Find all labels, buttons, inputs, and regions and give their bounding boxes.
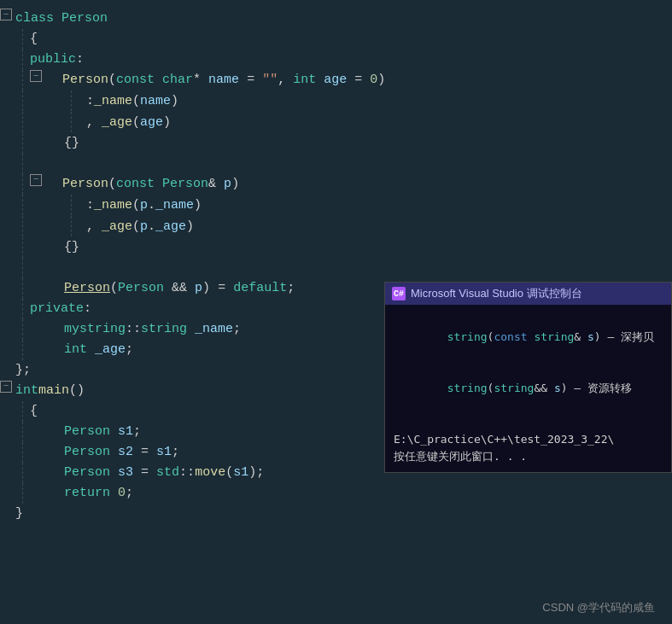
code-line-7: {} (0, 133, 672, 154)
debug-icon: C# (392, 287, 406, 300)
watermark: CSDN @学代码的咸鱼 (542, 600, 655, 615)
code-line-1: − class Person (0, 9, 672, 29)
debug-content: string(const string& s) — 深拷贝 string(str… (385, 305, 671, 472)
debug-title-text: Microsoft Visual Studio 调试控制台 (411, 286, 582, 301)
code-line-24: return 0; (0, 483, 672, 504)
debug-line-3 (394, 414, 663, 431)
debug-console: C# Microsoft Visual Studio 调试控制台 string(… (384, 282, 672, 473)
code-line-6: , _age(age) (0, 112, 672, 133)
code-line-3: public: (0, 50, 672, 70)
code-line-25: } (0, 504, 672, 524)
debug-title-bar: C# Microsoft Visual Studio 调试控制台 (385, 283, 671, 305)
debug-line-2: string(string&& s) — 资源转移 (394, 363, 663, 414)
fold-icon-1[interactable]: − (0, 9, 12, 20)
code-line-11: , _age(p._age) (0, 216, 672, 237)
fold-icon-9[interactable]: − (30, 174, 42, 186)
code-line-13 (0, 258, 672, 278)
code-line-10: :_name(p._name) (0, 195, 672, 216)
debug-line-5: 按任意键关闭此窗口. . . (394, 448, 663, 465)
code-line-8 (0, 154, 672, 174)
code-line-2: { (0, 29, 672, 50)
code-editor: − class Person { public: − Person(const … (0, 0, 672, 624)
code-line-12: {} (0, 237, 672, 258)
debug-line-1: string(const string& s) — 深拷贝 (394, 312, 663, 363)
code-line-9: − Person(const Person& p) (0, 174, 672, 195)
fold-icon-19[interactable]: − (0, 381, 12, 393)
fold-icon-4[interactable]: − (30, 70, 42, 82)
debug-line-4: E:\C_practice\C++\test_2023_3_22\ (394, 431, 663, 448)
code-line-5: :_name(name) (0, 90, 672, 112)
code-line-4: − Person(const char* name = "", int age … (0, 70, 672, 90)
